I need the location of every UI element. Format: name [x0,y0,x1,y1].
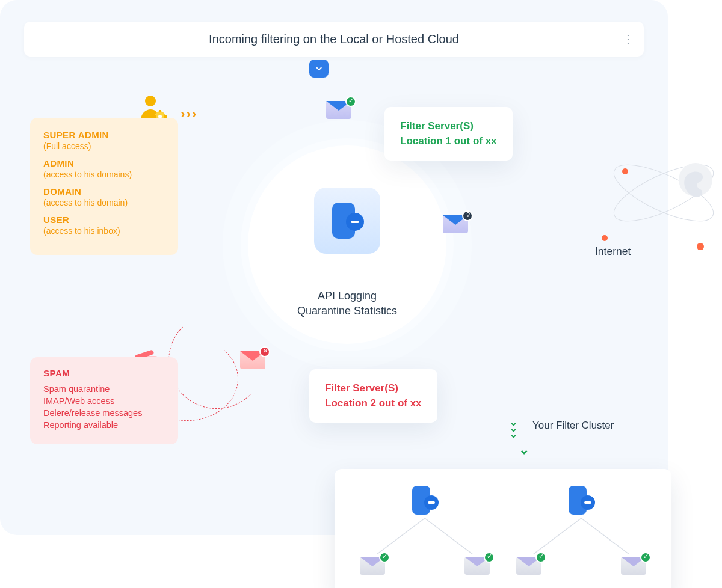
api-label: API Logging Quarantine Statistics [248,289,446,319]
expand-down-button[interactable] [309,60,329,78]
filter-cluster-label: Your Filter Cluster [532,420,614,432]
filter-server-1-line1: Filter Server(S) [400,119,497,134]
role-super-admin-sub: (Full access) [43,141,165,151]
role-super-admin-title: SUPER ADMIN [43,130,165,140]
role-domain-sub: (access to his domain) [43,198,165,207]
api-app-icon [314,188,380,254]
svg-rect-20 [428,501,435,504]
kebab-menu-icon[interactable]: ⋮ [622,38,633,40]
filter-server-2-line1: Filter Server(S) [325,381,422,396]
spam-item-2: IMAP/Web access [43,396,165,406]
filter-server-2-line2: Location 2 out of xx [325,396,422,411]
delivered-mail-icon [464,557,490,575]
chevrons-down-icon: ⌄⌄⌄ [501,419,525,437]
blocked-mail-icon [240,351,265,369]
spam-item-4: Reporting available [43,420,165,430]
role-user-title: USER [43,215,165,225]
chevrons-right-icon: › › › [180,106,195,122]
api-label-line2: Quarantine Statistics [248,304,446,319]
svg-rect-23 [584,501,591,504]
chevron-down-icon: ⌄ [512,447,536,453]
role-admin-title: ADMIN [43,158,165,168]
cluster-node-1 [353,485,497,575]
roles-panel: SUPER ADMIN (Full access) ADMIN (access … [30,118,178,255]
globe-icon [606,136,721,250]
branch-lines-icon [515,518,647,554]
filter-server-1-card: Filter Server(S) Location 1 out of xx [384,107,513,161]
cluster-node-2 [509,485,653,575]
spam-panel: SPAM Spam quarantine IMAP/Web access Del… [30,357,178,444]
svg-point-0 [145,96,156,106]
filter-cluster-card [335,469,671,588]
role-admin-sub: (access to his domains) [43,170,165,179]
delivered-mail-icon [360,557,385,575]
delivered-mail-icon [516,557,542,575]
cluster-phone-icon [566,485,596,521]
delivered-mail-icon [621,557,646,575]
spam-item-1: Spam quarantine [43,384,165,394]
spam-title: SPAM [43,368,165,378]
api-node: API Logging Quarantine Statistics [248,145,446,344]
svg-rect-14 [351,221,359,223]
spam-item-3: Delere/release messages [43,408,165,418]
api-label-line1: API Logging [248,289,446,304]
passed-mail-icon [326,101,351,119]
section-header: Incoming filtering on the Local or Hoste… [24,22,644,57]
diagram-canvas: Incoming filtering on the Local or Hoste… [0,0,668,535]
filter-server-1-line2: Location 1 out of xx [400,134,497,149]
unknown-mail-icon [443,215,468,233]
cluster-phone-icon [410,485,440,521]
section-title: Incoming filtering on the Local or Hoste… [209,32,459,46]
svg-rect-2 [159,110,161,112]
role-user-sub: (access to his inbox) [43,226,165,236]
branch-lines-icon [359,518,491,554]
filter-server-2-card: Filter Server(S) Location 2 out of xx [309,369,437,423]
role-domain-title: DOMAIN [43,186,165,197]
